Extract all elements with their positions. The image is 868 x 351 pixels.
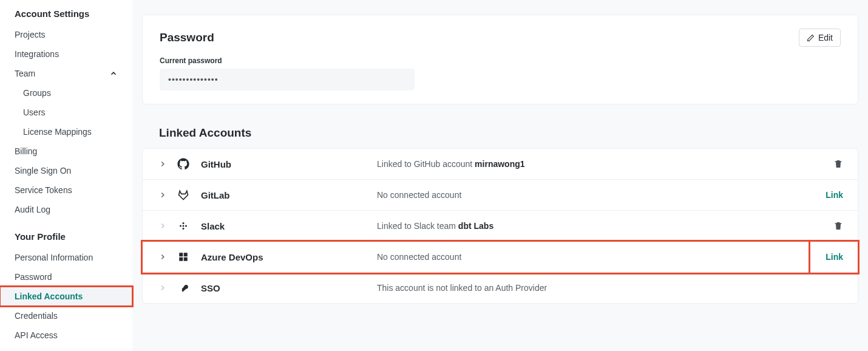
nav-integrations[interactable]: Integrations — [0, 44, 132, 64]
linked-row-github: GitHub Linked to GitHub account mirnawon… — [143, 149, 858, 180]
nav-service-tokens[interactable]: Service Tokens — [0, 180, 132, 200]
nav-personal-info[interactable]: Personal Information — [0, 248, 132, 267]
edit-label: Edit — [818, 33, 833, 43]
status-text: Linked to GitHub account mirnawong1 — [377, 159, 833, 169]
svg-rect-7 — [179, 257, 183, 261]
delete-github-button[interactable] — [833, 159, 843, 169]
key-icon — [177, 281, 190, 295]
provider-name: GitHub — [201, 159, 377, 169]
nav-billing[interactable]: Billing — [0, 141, 132, 161]
link-label: Link — [826, 190, 843, 200]
linked-accounts-list: GitHub Linked to GitHub account mirnawon… — [142, 148, 858, 304]
current-password-value: •••••••••••••• — [160, 69, 415, 90]
delete-slack-button[interactable] — [833, 221, 843, 231]
svg-rect-6 — [184, 253, 188, 256]
nav-users[interactable]: Users — [0, 103, 132, 122]
github-icon — [177, 157, 190, 171]
linked-row-slack: Slack Linked to Slack team dbt Labs — [143, 211, 858, 242]
chevron-right-icon[interactable] — [157, 191, 168, 199]
chevron-up-icon — [109, 69, 118, 78]
slack-icon — [177, 219, 190, 233]
svg-rect-8 — [184, 257, 188, 261]
gitlab-icon — [177, 188, 190, 202]
main-content: Password Edit Current password •••••••••… — [132, 0, 868, 351]
sidebar: Account Settings Projects Integrations T… — [0, 0, 132, 351]
svg-rect-2 — [185, 225, 187, 227]
edit-password-button[interactable]: Edit — [799, 29, 841, 47]
nav-api-access[interactable]: API Access — [0, 325, 132, 345]
linked-row-gitlab: GitLab No connected account Link — [143, 180, 858, 211]
status-text: Linked to Slack team dbt Labs — [377, 221, 833, 231]
account-settings-header: Account Settings — [0, 7, 132, 25]
chevron-right-icon[interactable] — [157, 253, 168, 261]
svg-rect-1 — [183, 222, 185, 224]
nav-sso[interactable]: Single Sign On — [0, 161, 132, 180]
nav-password[interactable]: Password — [0, 267, 132, 287]
linked-row-sso: SSO This account is not linked to an Aut… — [143, 273, 858, 303]
nav-projects[interactable]: Projects — [0, 25, 132, 44]
svg-rect-0 — [180, 225, 181, 227]
linked-accounts-title: Linked Accounts — [149, 126, 858, 140]
svg-rect-3 — [183, 228, 185, 230]
chevron-right-icon[interactable] — [157, 284, 168, 292]
svg-rect-5 — [179, 253, 183, 256]
provider-name: GitLab — [201, 190, 377, 200]
provider-name: SSO — [201, 283, 377, 293]
status-text: No connected account — [377, 190, 826, 200]
chevron-right-icon[interactable] — [157, 160, 168, 168]
nav-linked-accounts[interactable]: Linked Accounts — [0, 287, 132, 306]
chevron-right-icon[interactable] — [157, 222, 168, 230]
password-panel: Password Edit Current password •••••••••… — [142, 15, 858, 104]
status-text: No connected account — [377, 252, 826, 262]
nav-team[interactable]: Team — [0, 64, 132, 83]
current-password-label: Current password — [160, 56, 841, 65]
nav-team-label: Team — [15, 69, 35, 78]
linked-row-azure-devops: Azure DevOps No connected account Link — [143, 242, 858, 273]
pencil-icon — [807, 34, 815, 42]
password-panel-title: Password — [160, 31, 214, 44]
trash-icon — [833, 159, 843, 169]
nav-license-mappings[interactable]: License Mappings — [0, 122, 132, 141]
your-profile-header: Your Profile — [0, 219, 132, 248]
nav-groups[interactable]: Groups — [0, 83, 132, 103]
svg-rect-4 — [183, 225, 185, 227]
link-label: Link — [826, 252, 843, 262]
nav-audit-log[interactable]: Audit Log — [0, 200, 132, 219]
provider-name: Azure DevOps — [201, 252, 377, 262]
provider-name: Slack — [201, 221, 377, 231]
status-text: This account is not linked to an Auth Pr… — [377, 283, 843, 293]
trash-icon — [833, 221, 843, 231]
link-azure-button[interactable]: Link — [826, 252, 843, 262]
link-gitlab-button[interactable]: Link — [826, 190, 843, 200]
nav-credentials[interactable]: Credentials — [0, 306, 132, 325]
azure-devops-icon — [177, 250, 190, 264]
